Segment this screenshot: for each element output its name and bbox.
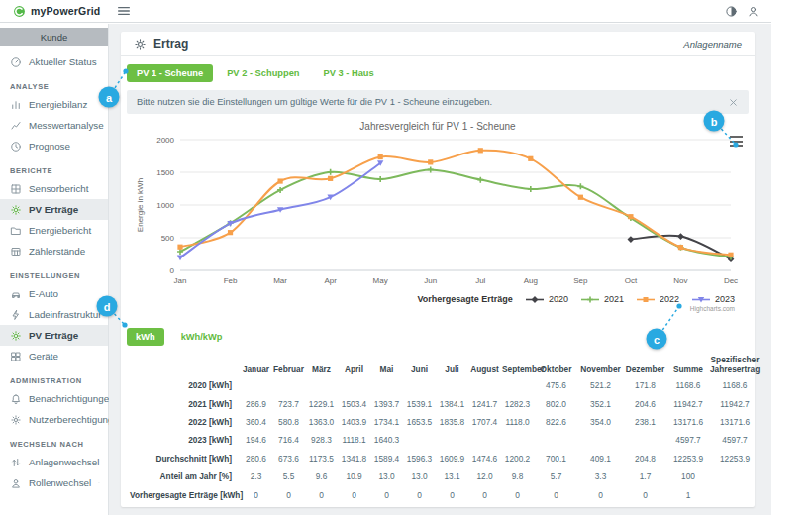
svg-text:Jul: Jul (475, 276, 485, 285)
table-cell: 0 (403, 485, 436, 503)
table-cell: 354.0 (578, 413, 623, 431)
user-icon[interactable] (747, 5, 760, 18)
table-cell (305, 376, 338, 394)
table-cell: 3.3 (578, 467, 623, 485)
sidebar-section-header: ADMINISTRATION (0, 366, 108, 388)
lightning-icon (10, 309, 22, 321)
legend-title: Vorhergesagte Erträge (418, 294, 513, 304)
svg-text:Dec: Dec (724, 276, 738, 285)
bar-chart-icon (10, 99, 22, 111)
table-cell: 13.1 (436, 467, 468, 485)
table-cell: 12253.9 (709, 450, 761, 467)
legend-item-2020[interactable]: 2020 (525, 294, 568, 304)
table-cell (468, 431, 501, 449)
sidebar-item-prognose[interactable]: Prognose (0, 136, 108, 156)
chevron-down-icon (98, 478, 100, 487)
chart-plot: 0500100015002000JanFebMarAprMayJunJulAug… (127, 132, 749, 298)
contrast-icon[interactable] (725, 5, 738, 18)
legend-item-2023[interactable]: 2023 (691, 294, 735, 304)
table-cell: 12.0 (468, 467, 501, 485)
chart-legend: Vorhergesagte Erträge2020202120222023 (127, 294, 749, 304)
sidebar-item-e-auto[interactable]: E-Auto (0, 283, 108, 304)
svg-text:Nov: Nov (673, 276, 687, 285)
unit-button-kwh[interactable]: kWh (127, 328, 164, 346)
sidebar-item-energiebilanz[interactable]: Energiebilanz (0, 94, 108, 115)
legend-item-2021[interactable]: 2021 (580, 294, 624, 304)
sidebar-item-pv-ertr-ge[interactable]: PV Erträge (0, 199, 108, 220)
sidebar-item-benachrichtigungen[interactable]: Benachrichtigungen (0, 388, 108, 409)
table-cell: 521.2 (578, 376, 623, 394)
sidebar-item-label: Benachrichtigungen (29, 393, 115, 404)
tab-pv-2-schuppen[interactable]: PV 2 - Schuppen (217, 64, 309, 82)
sidebar-item-rollenwechsel[interactable]: Rollenwechsel (0, 472, 108, 493)
table-cell: 673.6 (272, 450, 305, 467)
annotation-balloon-a[interactable]: a (99, 87, 120, 108)
row-label: 2023 [kWh] (129, 431, 240, 449)
table-cell (534, 431, 578, 449)
annotation-balloon-c[interactable]: c (647, 329, 667, 350)
sidebar-item-aktueller-status[interactable]: Aktueller Status (0, 52, 108, 72)
table-cell: 4597.7 (709, 431, 761, 449)
sidebar-item-pv-ertr-ge[interactable]: PV Erträge (0, 325, 108, 346)
sidebar-item-nutzerberechtigungen[interactable]: Nutzerberechtigungen (0, 409, 108, 430)
annotation-balloon-d[interactable]: d (97, 296, 118, 317)
sidebar-item-energiebericht[interactable]: Energiebericht (0, 220, 108, 241)
chart-title: Jahresvergleich für PV 1 - Scheune (127, 118, 749, 132)
table-cell: 1609.9 (436, 450, 468, 467)
column-header: März (305, 354, 338, 376)
ertrag-card: Ertrag Anlagenname PV 1 - ScheunePV 2 - … (121, 32, 755, 507)
table-cell: 0 (370, 485, 403, 503)
info-banner: Bitte nutzen sie die Einstellungen um gü… (127, 90, 749, 114)
app-logo: myPowerGrid (0, 5, 109, 18)
table-cell: 1835.8 (436, 413, 468, 431)
table-cell: 280.6 (240, 450, 272, 467)
table-cell (370, 376, 403, 394)
sidebar: Kunde Aktueller StatusANALYSEEnergiebila… (0, 24, 109, 515)
tab-pv-1-scheune[interactable]: PV 1 - Scheune (127, 64, 213, 82)
sidebar-item-messwertanalyse[interactable]: Messwertanalyse (0, 115, 108, 136)
sidebar-item-anlagenwechsel[interactable]: Anlagenwechsel (0, 452, 108, 472)
table-row: 2021 [kWh]286.9723.71229.11503.41393.715… (129, 394, 761, 412)
column-header: August (468, 354, 501, 376)
hamburger-icon[interactable] (116, 3, 132, 19)
table-cell: 204.6 (623, 394, 667, 412)
table-cell: 11942.7 (709, 394, 761, 412)
table-cell: 360.4 (240, 413, 272, 431)
app-root: myPowerGrid Kunde Aktueller StatusANALYS… (0, 0, 812, 515)
column-header: Spezifischer Jahresertrag (709, 354, 761, 376)
legend-item-2022[interactable]: 2022 (636, 294, 679, 304)
info-banner-text: Bitte nutzen sie die Einstellungen um gü… (137, 97, 492, 107)
table-cell: 1403.9 (338, 413, 370, 431)
table-cell: 0 (468, 485, 501, 503)
sidebar-item-ger-te[interactable]: Geräte (0, 346, 108, 366)
table-cell: 723.7 (272, 394, 305, 412)
sun-icon (10, 204, 22, 216)
top-bar: myPowerGrid (0, 0, 771, 23)
app-window: myPowerGrid Kunde Aktueller StatusANALYS… (0, 0, 771, 515)
tab-pv-3-haus[interactable]: PV 3 - Haus (314, 64, 384, 82)
sidebar-item-ladeinfrastruktur[interactable]: Ladeinfrastruktur (0, 304, 108, 325)
annotation-balloon-b[interactable]: b (704, 111, 725, 132)
sidebar-item-z-hlerst-nde[interactable]: Zählerstände (0, 241, 108, 261)
table-cell (501, 376, 534, 394)
legend-item-label: 2021 (604, 294, 624, 304)
svg-text:Oct: Oct (625, 276, 638, 285)
table-cell: 1229.1 (305, 394, 338, 412)
table-row: 2023 [kWh]194.6716.4928.31118.11640.3459… (129, 431, 761, 449)
row-label: Anteil am Jahr [%] (129, 467, 240, 485)
close-icon[interactable] (728, 97, 739, 108)
card-header: Ertrag Anlagenname (121, 32, 755, 56)
table-cell: 1168.6 (667, 376, 709, 394)
chart-menu-icon[interactable] (730, 136, 743, 147)
legend-marker-icon (525, 295, 545, 304)
unit-button-kwh-kwp[interactable]: kWh/kWp (172, 328, 232, 346)
sidebar-item-sensorbericht[interactable]: Sensorbericht (0, 178, 108, 199)
column-header: Juli (436, 354, 468, 376)
topbar-actions (725, 5, 771, 18)
column-header (129, 354, 240, 376)
year-comparison-chart: Jahresvergleich für PV 1 - Scheune 05001… (127, 118, 749, 322)
table-cell (709, 467, 761, 485)
svg-text:Aug: Aug (524, 276, 538, 285)
sidebar-item-label: Ladeinfrastruktur (29, 309, 102, 320)
column-header: Februar (272, 354, 305, 376)
